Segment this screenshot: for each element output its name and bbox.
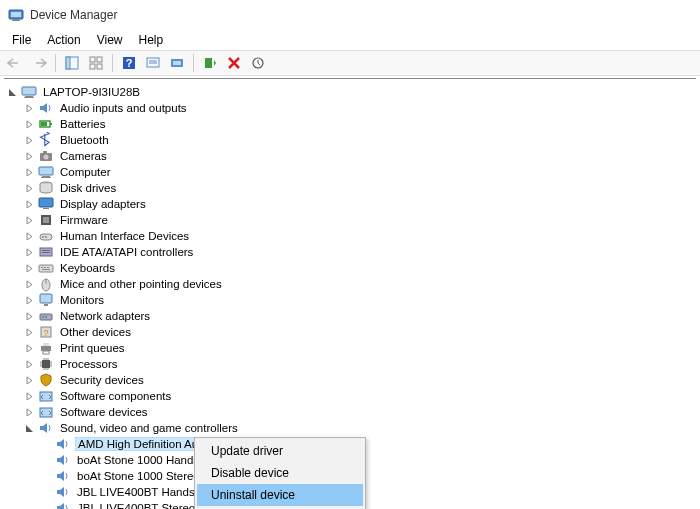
expander-icon[interactable] — [23, 230, 36, 243]
device-label: JBL LIVE400BT Hands-Fr — [75, 486, 211, 498]
category-node[interactable]: Security devices — [23, 372, 700, 388]
audio-icon — [55, 452, 71, 468]
monitor-icon — [38, 292, 54, 308]
category-node[interactable]: ?Other devices — [23, 324, 700, 340]
audio-icon — [55, 484, 71, 500]
firmware-icon — [38, 212, 54, 228]
category-node[interactable]: IDE ATA/ATAPI controllers — [23, 244, 700, 260]
svg-rect-30 — [39, 198, 53, 207]
device-node[interactable]: boAt Stone 1000 Stereo — [40, 468, 700, 484]
tree-content: LAPTOP-9I3IU28BAudio inputs and outputsB… — [0, 76, 700, 509]
category-label: Monitors — [58, 294, 106, 306]
grid-button[interactable] — [85, 52, 107, 74]
svg-rect-44 — [42, 269, 50, 270]
context-menu-item[interactable]: Disable device — [197, 462, 363, 484]
expander-icon[interactable] — [23, 390, 36, 403]
category-node[interactable]: Mice and other pointing devices — [23, 276, 700, 292]
context-menu-item[interactable]: Update driver — [197, 440, 363, 462]
category-node[interactable]: Processors — [23, 356, 700, 372]
security-icon — [38, 372, 54, 388]
category-node[interactable]: Batteries — [23, 116, 700, 132]
category-node[interactable]: Display adapters — [23, 196, 700, 212]
svg-point-24 — [44, 155, 49, 160]
svg-rect-39 — [42, 252, 50, 253]
device-node[interactable]: boAt Stone 1000 Hands — [40, 452, 700, 468]
expander-icon[interactable] — [23, 150, 36, 163]
context-menu-item[interactable]: Uninstall device — [197, 484, 363, 506]
expander-icon[interactable] — [23, 326, 36, 339]
svg-rect-57 — [42, 360, 50, 368]
properties-button[interactable] — [166, 52, 188, 74]
device-label: boAt Stone 1000 Hands — [75, 454, 201, 466]
software-icon — [38, 404, 54, 420]
expander-icon[interactable] — [6, 86, 19, 99]
expander-icon[interactable] — [23, 134, 36, 147]
ide-icon — [38, 244, 54, 260]
category-node[interactable]: Print queues — [23, 340, 700, 356]
svg-rect-41 — [41, 267, 43, 268]
category-node[interactable]: Disk drives — [23, 180, 700, 196]
category-node[interactable]: Monitors — [23, 292, 700, 308]
help-button[interactable]: ? — [118, 52, 140, 74]
expander-icon[interactable] — [23, 166, 36, 179]
expander-icon[interactable] — [23, 118, 36, 131]
expander-icon[interactable] — [23, 294, 36, 307]
expander-icon[interactable] — [23, 358, 36, 371]
svg-rect-40 — [39, 265, 53, 272]
expander-icon[interactable] — [23, 182, 36, 195]
expander-icon[interactable] — [23, 310, 36, 323]
scan-button[interactable] — [142, 52, 164, 74]
expander-icon[interactable] — [23, 198, 36, 211]
menu-view[interactable]: View — [89, 31, 131, 49]
svg-rect-19 — [24, 97, 34, 98]
forward-button[interactable] — [28, 52, 50, 74]
toolbar: ? — [0, 50, 700, 76]
expander-icon[interactable] — [23, 406, 36, 419]
category-node[interactable]: Human Interface Devices — [23, 228, 700, 244]
menu-action[interactable]: Action — [39, 31, 88, 49]
network-icon — [38, 308, 54, 324]
expander-icon[interactable] — [23, 422, 36, 435]
keyboard-icon — [38, 260, 54, 276]
enable-button[interactable] — [199, 52, 221, 74]
show-hide-button[interactable] — [61, 52, 83, 74]
category-node[interactable]: Software components — [23, 388, 700, 404]
expander-icon[interactable] — [23, 342, 36, 355]
mouse-icon — [38, 276, 54, 292]
print-icon — [38, 340, 54, 356]
category-label: Bluetooth — [58, 134, 111, 146]
svg-rect-15 — [205, 58, 212, 68]
category-node[interactable]: Computer — [23, 164, 700, 180]
category-node[interactable]: Software devices — [23, 404, 700, 420]
expander-icon[interactable] — [23, 278, 36, 291]
update-button[interactable] — [247, 52, 269, 74]
category-node[interactable]: Keyboards — [23, 260, 700, 276]
device-node[interactable]: JBL LIVE400BT Stereo — [40, 500, 700, 509]
back-button[interactable] — [4, 52, 26, 74]
expander-icon[interactable] — [23, 246, 36, 259]
category-label: Computer — [58, 166, 113, 178]
category-node[interactable]: Audio inputs and outputs — [23, 100, 700, 116]
menu-help[interactable]: Help — [131, 31, 172, 49]
category-node[interactable]: Network adapters — [23, 308, 700, 324]
expander-icon[interactable] — [23, 102, 36, 115]
root-node[interactable]: LAPTOP-9I3IU28B — [6, 84, 700, 100]
category-node[interactable]: Sound, video and game controllers — [23, 420, 700, 436]
device-label: AMD High Definition Au — [75, 437, 201, 451]
svg-rect-48 — [44, 304, 48, 306]
expander-icon[interactable] — [23, 262, 36, 275]
category-node[interactable]: Bluetooth — [23, 132, 700, 148]
context-menu: Update driverDisable deviceUninstall dev… — [194, 437, 366, 509]
toolbar-sep — [193, 54, 194, 72]
uninstall-button[interactable] — [223, 52, 245, 74]
menu-file[interactable]: File — [4, 31, 39, 49]
svg-point-36 — [45, 236, 47, 238]
expander-icon[interactable] — [23, 374, 36, 387]
audio-icon — [55, 500, 71, 509]
device-node[interactable]: JBL LIVE400BT Hands-Fr — [40, 484, 700, 500]
category-label: Batteries — [58, 118, 107, 130]
device-node[interactable]: AMD High Definition Au — [40, 436, 700, 452]
expander-icon[interactable] — [23, 214, 36, 227]
category-node[interactable]: Firmware — [23, 212, 700, 228]
category-node[interactable]: Cameras — [23, 148, 700, 164]
